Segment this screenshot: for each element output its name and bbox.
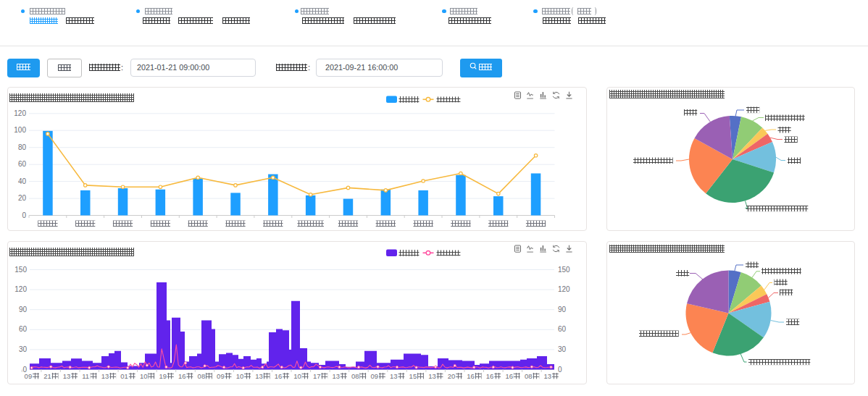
- svg-text:0: 0: [558, 366, 562, 374]
- svg-text:13: 13: [63, 372, 71, 380]
- svg-text:120: 120: [558, 285, 570, 293]
- svg-text:09: 09: [217, 372, 225, 380]
- svg-text:60: 60: [558, 325, 567, 333]
- svg-text:01: 01: [120, 372, 128, 380]
- svg-text:16: 16: [275, 372, 283, 380]
- svg-text:10: 10: [236, 372, 244, 380]
- svg-text:08: 08: [351, 372, 359, 380]
- svg-text:60: 60: [18, 160, 27, 168]
- svg-text:120: 120: [14, 109, 26, 117]
- svg-text:21: 21: [43, 372, 51, 380]
- svg-text:40: 40: [18, 177, 27, 185]
- svg-text:120: 120: [14, 285, 27, 293]
- svg-text:13: 13: [428, 372, 436, 380]
- svg-text:90: 90: [19, 306, 28, 313]
- svg-text:80: 80: [18, 143, 27, 151]
- svg-text:60: 60: [19, 325, 28, 333]
- svg-text:16: 16: [505, 372, 513, 380]
- svg-text:0: 0: [22, 211, 26, 219]
- svg-text:13: 13: [332, 372, 340, 380]
- svg-text:15: 15: [409, 372, 417, 380]
- svg-text:16: 16: [467, 372, 475, 380]
- svg-text:16: 16: [178, 372, 186, 380]
- svg-text:150: 150: [558, 266, 570, 274]
- svg-text:09: 09: [371, 372, 379, 380]
- svg-text:13: 13: [390, 372, 398, 380]
- svg-text:20: 20: [448, 372, 456, 380]
- svg-text:30: 30: [19, 345, 28, 353]
- svg-text:150: 150: [14, 266, 27, 274]
- svg-text:10: 10: [140, 372, 148, 380]
- svg-text:13: 13: [255, 372, 263, 380]
- svg-text:13: 13: [544, 372, 552, 380]
- svg-text:100: 100: [14, 126, 26, 134]
- svg-text:10: 10: [293, 372, 301, 380]
- svg-text:16: 16: [486, 372, 494, 380]
- svg-text:20: 20: [18, 194, 27, 202]
- svg-text:90: 90: [558, 306, 567, 313]
- svg-text:17: 17: [313, 372, 321, 380]
- svg-text:11: 11: [82, 372, 89, 380]
- svg-text:19: 19: [159, 372, 167, 380]
- svg-text:08: 08: [525, 372, 533, 380]
- svg-text:09: 09: [25, 372, 33, 380]
- svg-text:08: 08: [198, 372, 206, 380]
- svg-text:13: 13: [101, 372, 109, 380]
- svg-text:30: 30: [558, 345, 567, 353]
